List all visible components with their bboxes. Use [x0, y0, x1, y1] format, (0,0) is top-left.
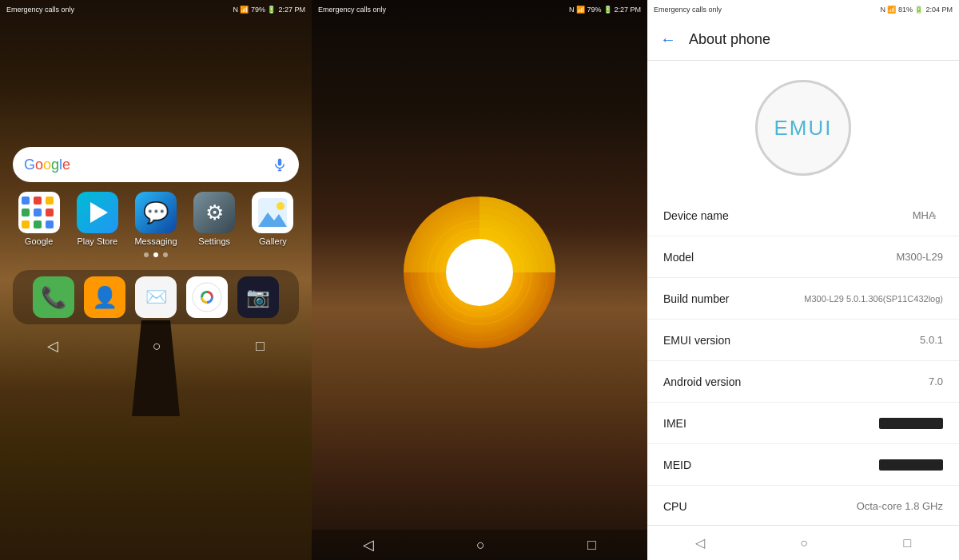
dock-chrome[interactable]	[186, 276, 228, 318]
home-button-panel1[interactable]: ○	[153, 338, 161, 355]
value-device-name: MHA	[913, 209, 929, 221]
nav-bar-panel1: ◁ ○ □	[0, 331, 312, 361]
value-meid-redacted	[879, 459, 943, 471]
row-android-version: Android version 7.0	[647, 361, 959, 403]
gear-icon: ⚙	[205, 201, 224, 225]
dock-camera[interactable]: 📷	[237, 276, 279, 318]
network-icons-3: N 📶 81% 🔋	[880, 6, 923, 14]
value-imei-redacted	[879, 418, 943, 429]
label-meid: MEID	[663, 459, 691, 471]
about-list: Device name MHA › Model M300-L29 Build n…	[647, 195, 959, 525]
dock-contacts[interactable]: 👤	[84, 276, 125, 318]
mail-icon: ✉️	[145, 287, 167, 308]
back-button-panel2[interactable]: ◁	[363, 536, 374, 554]
svg-point-6	[277, 202, 285, 210]
value-android-version: 7.0	[929, 375, 943, 387]
nav-bar-panel3: ◁ ○ □	[647, 525, 959, 560]
row-model: Model M300-L29	[647, 236, 959, 278]
row-cpu: CPU Octa-core 1.8 GHz	[647, 486, 959, 525]
play-store-icon	[77, 192, 118, 233]
dock-phone[interactable]: 📞	[33, 276, 74, 318]
app-play-store[interactable]: Play Store	[71, 192, 123, 246]
google-logo: Google	[24, 157, 70, 173]
gallery-label: Gallery	[259, 236, 287, 246]
status-bar-panel1: Emergency calls only N 📶 79% 🔋 2:27 PM	[0, 0, 312, 19]
phone-icon: 📞	[41, 285, 66, 310]
label-emui-version: EMUI version	[663, 334, 730, 347]
label-device-name: Device name	[663, 209, 729, 222]
label-build-number: Build number	[663, 292, 730, 305]
value-model: M300-L29	[896, 251, 943, 263]
dock-email[interactable]: ✉️	[135, 276, 177, 318]
chrome-svg-icon	[191, 281, 223, 313]
contacts-icon: 👤	[92, 285, 117, 310]
value-emui-version: 5.0.1	[920, 334, 943, 346]
emergency-calls-label-2: Emergency calls only	[318, 6, 386, 14]
app-messaging[interactable]: 💬 Messaging	[129, 192, 181, 246]
emui-circle: EMUI	[755, 80, 851, 176]
network-icons-panel1: N 📶 79% 🔋	[233, 6, 276, 14]
recent-button-panel2[interactable]: □	[587, 537, 596, 554]
svg-point-9	[203, 293, 211, 301]
panel-home-screen: Emergency calls only N 📶 79% 🔋 2:27 PM G…	[0, 0, 312, 560]
label-android-version: Android version	[663, 375, 741, 388]
value-cpu: Octa-core 1.8 GHz	[857, 500, 943, 512]
messaging-label: Messaging	[134, 236, 177, 246]
app-settings[interactable]: ⚙ Settings	[189, 192, 241, 246]
voice-search-icon[interactable]	[272, 157, 288, 173]
recent-button-panel3[interactable]: □	[904, 536, 912, 550]
chevron-device-name: ›	[933, 209, 937, 223]
svg-rect-0	[278, 159, 282, 166]
time-panel1: 2:27 PM	[278, 6, 305, 14]
nav-bar-panel2: ◁ ○ □	[312, 530, 647, 560]
play-store-label: Play Store	[77, 236, 117, 246]
back-button-panel3[interactable]: ◁	[695, 535, 705, 550]
label-cpu: CPU	[663, 500, 687, 513]
app-gallery[interactable]: Gallery	[247, 192, 299, 246]
page-dots	[0, 252, 312, 257]
about-header: ← About phone	[647, 19, 959, 61]
panel-android-o: Emergency calls only N 📶 79% 🔋 2:27 PM	[312, 0, 647, 560]
row-device-name[interactable]: Device name MHA ›	[647, 195, 959, 236]
value-build-number: M300-L29 5.0.1.306(SP11C432log)	[804, 294, 943, 304]
label-imei: IMEI	[663, 417, 686, 430]
svg-point-11	[446, 239, 513, 306]
status-bar-right-panel1: N 📶 79% 🔋 2:27 PM	[233, 6, 305, 14]
settings-icon: ⚙	[193, 192, 235, 233]
home-button-panel3[interactable]: ○	[800, 536, 808, 550]
settings-label: Settings	[198, 236, 230, 246]
time-panel3: 2:04 PM	[925, 6, 953, 14]
emui-logo-section: EMUI	[647, 61, 959, 195]
about-phone-title: About phone	[689, 31, 770, 48]
home-button-panel2[interactable]: ○	[476, 537, 485, 554]
message-bubble-icon: 💬	[143, 201, 169, 225]
status-bar-panel3: Emergency calls only N 📶 81% 🔋 2:04 PM	[647, 0, 959, 19]
status-bar-panel2: Emergency calls only N 📶 79% 🔋 2:27 PM	[312, 0, 647, 19]
back-button-panel1[interactable]: ◁	[47, 337, 58, 355]
dot-3	[163, 252, 168, 257]
row-build-number: Build number M300-L29 5.0.1.306(SP11C432…	[647, 278, 959, 320]
dot-1	[144, 252, 149, 257]
emergency-calls-label-3: Emergency calls only	[654, 6, 722, 14]
dock-row: 📞 👤 ✉️	[13, 270, 299, 324]
camera-icon: 📷	[246, 286, 270, 308]
google-icon	[18, 192, 60, 233]
row-emui-version: EMUI version 5.0.1	[647, 320, 959, 361]
app-grid: Google Play Store 💬 Messaging ⚙ Settings	[0, 192, 312, 246]
google-search-bar[interactable]: Google	[13, 147, 299, 182]
label-model: Model	[663, 251, 694, 264]
recent-button-panel1[interactable]: □	[256, 338, 265, 355]
status-right-3: N 📶 81% 🔋 2:04 PM	[880, 6, 953, 14]
dot-2	[153, 252, 158, 257]
app-google[interactable]: Google	[13, 192, 65, 246]
back-arrow-button[interactable]: ←	[660, 30, 676, 49]
row-meid: MEID	[647, 444, 959, 486]
status-right-2: N 📶 79% 🔋 2:27 PM	[569, 6, 641, 14]
panel-about-phone: Emergency calls only N 📶 81% 🔋 2:04 PM ←…	[647, 0, 959, 560]
messaging-icon: 💬	[135, 192, 177, 233]
emergency-calls-label: Emergency calls only	[6, 6, 74, 14]
emui-text: EMUI	[774, 116, 833, 141]
android-o-logo	[400, 193, 559, 352]
gallery-icon	[252, 192, 293, 233]
row-imei: IMEI	[647, 403, 959, 444]
